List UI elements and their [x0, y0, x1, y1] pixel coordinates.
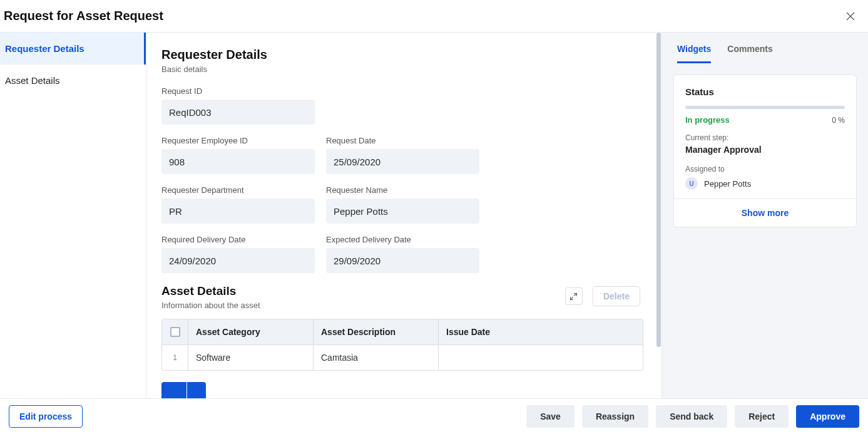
col-asset-category[interactable]: Asset Category: [188, 319, 314, 344]
sidenav: Requester Details Asset Details: [0, 33, 146, 398]
add-row-button[interactable]: [161, 382, 186, 398]
requester-section-subtitle: Basic details: [161, 65, 640, 74]
tab-comments[interactable]: Comments: [727, 44, 772, 63]
reject-button[interactable]: Reject: [735, 405, 789, 428]
asset-section-subtitle: Information about the asset: [161, 301, 260, 310]
expected-delivery-field[interactable]: 29/09/2020: [326, 248, 479, 273]
progress-percent: 0 %: [832, 116, 845, 125]
table-header-row: Asset Category Asset Description Issue D…: [162, 319, 643, 345]
footer: Edit process Save Reassign Send back Rej…: [0, 398, 868, 434]
request-id-label: Request ID: [161, 86, 315, 96]
requester-name-label: Requester Name: [326, 185, 479, 195]
request-id-field[interactable]: ReqID003: [161, 100, 315, 125]
cell-issue-date[interactable]: [439, 345, 643, 370]
tab-widgets[interactable]: Widgets: [677, 44, 711, 63]
main-area: Requester Details Basic details Request …: [146, 33, 868, 398]
department-field[interactable]: PR: [161, 199, 315, 224]
progress-bar: [685, 106, 845, 109]
sidenav-item-asset-details[interactable]: Asset Details: [0, 65, 146, 96]
required-delivery-field[interactable]: 24/09/2020: [161, 248, 315, 273]
delete-button[interactable]: Delete: [593, 286, 640, 306]
employee-id-field[interactable]: 908: [161, 149, 315, 174]
current-step-value: Manager Approval: [685, 145, 845, 155]
page-body: Requester Details Asset Details Requeste…: [0, 33, 868, 398]
asset-section-title: Asset Details: [161, 284, 260, 298]
status-widget-title: Status: [685, 86, 845, 97]
required-delivery-label: Required Delivery Date: [161, 235, 315, 244]
save-button[interactable]: Save: [526, 405, 574, 428]
form-area: Requester Details Basic details Request …: [146, 33, 655, 398]
request-date-field[interactable]: 25/09/2020: [326, 149, 479, 174]
sidenav-item-requester-details[interactable]: Requester Details: [0, 33, 146, 65]
right-panel: Widgets Comments Status In progress 0 % …: [661, 33, 868, 398]
current-step-label: Current step:: [685, 133, 845, 142]
show-more-link[interactable]: Show more: [674, 199, 856, 227]
main-scrollbar[interactable]: [655, 33, 661, 398]
table-row[interactable]: 1 Software Camtasia: [162, 345, 643, 370]
department-label: Requester Department: [161, 185, 315, 195]
request-date-label: Request Date: [326, 136, 479, 145]
reassign-button[interactable]: Reassign: [582, 405, 648, 428]
cell-asset-category[interactable]: Software: [188, 345, 314, 370]
row-number: 1: [162, 345, 188, 370]
assigned-to-label: Assigned to: [685, 165, 845, 173]
asset-table: Asset Category Asset Description Issue D…: [161, 319, 643, 371]
assigned-to-name: Pepper Potts: [704, 179, 751, 189]
progress-status-label: In progress: [685, 115, 730, 125]
avatar: U: [685, 177, 698, 190]
page-header: Request for Asset Request: [0, 0, 868, 33]
right-panel-tabs: Widgets Comments: [662, 33, 868, 63]
col-issue-date[interactable]: Issue Date: [439, 319, 643, 344]
close-icon[interactable]: [845, 11, 855, 21]
edit-process-button[interactable]: Edit process: [9, 405, 83, 428]
expand-icon[interactable]: [565, 287, 583, 305]
status-widget: Status In progress 0 % Current step: Man…: [673, 75, 857, 227]
requester-section-title: Requester Details: [161, 48, 640, 62]
add-row-dropdown-button[interactable]: [187, 382, 206, 398]
assigned-to-row: U Pepper Potts: [685, 177, 845, 190]
col-asset-description[interactable]: Asset Description: [314, 319, 439, 344]
employee-id-label: Requester Employee ID: [161, 136, 315, 145]
send-back-button[interactable]: Send back: [656, 405, 727, 428]
select-all-checkbox[interactable]: [162, 319, 188, 344]
cell-asset-description[interactable]: Camtasia: [314, 345, 439, 370]
requester-name-field[interactable]: Pepper Potts: [326, 199, 479, 224]
expected-delivery-label: Expected Delivery Date: [326, 235, 479, 244]
approve-button[interactable]: Approve: [796, 405, 859, 428]
page-title: Request for Asset Request: [4, 9, 163, 23]
